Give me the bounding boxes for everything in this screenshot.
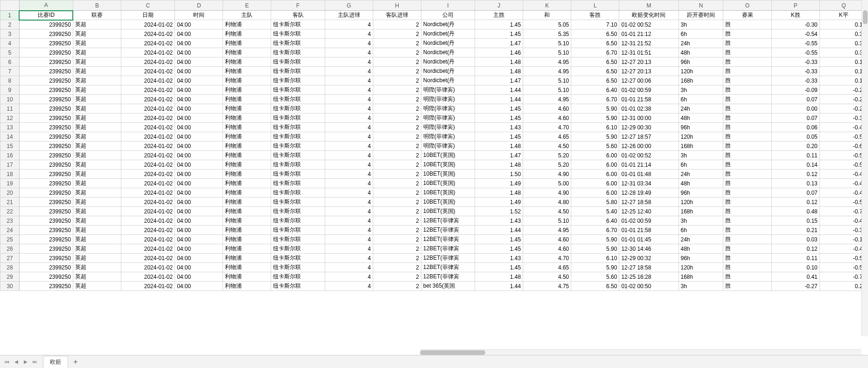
cell[interactable]: 英超 — [73, 132, 121, 142]
cell[interactable]: 胜 — [723, 104, 771, 113]
cell[interactable]: 12BET(菲律宾 — [421, 216, 475, 226]
column-header-A[interactable]: A — [19, 0, 73, 11]
cell[interactable]: 0.12 — [771, 244, 819, 254]
row-header-24[interactable]: 24 — [0, 226, 20, 235]
cell[interactable]: 04:00 — [175, 142, 223, 151]
cell[interactable]: -0.09 — [771, 85, 819, 95]
cell[interactable]: 01-01 01:48 — [619, 170, 679, 179]
cell[interactable]: 纽卡斯尔联 — [271, 76, 325, 85]
cell[interactable]: 4.90 — [523, 188, 571, 198]
cell[interactable]: 0.15 — [771, 216, 819, 226]
cell[interactable]: 0.27 — [819, 282, 868, 291]
cell[interactable]: 1.50 — [475, 170, 523, 179]
cell[interactable]: 2024-01-02 — [121, 123, 175, 132]
cell[interactable]: 04:00 — [175, 95, 223, 104]
cell[interactable]: 胜 — [723, 170, 771, 179]
cell[interactable]: 2024-01-02 — [121, 142, 175, 151]
cell[interactable]: 英超 — [73, 113, 121, 123]
cell[interactable]: 1.48 — [475, 272, 523, 282]
cell[interactable]: 纽卡斯尔联 — [271, 198, 325, 207]
cell[interactable]: 利物浦 — [223, 216, 271, 226]
cell[interactable]: 1.43 — [475, 216, 523, 226]
cell[interactable]: 明陞(菲律宾) — [421, 113, 475, 123]
cell[interactable]: 明陞(菲律宾) — [421, 104, 475, 113]
cell[interactable]: 0.07 — [771, 113, 819, 123]
cell[interactable]: 利物浦 — [223, 85, 271, 95]
horizontal-scrollbar-thumb[interactable] — [420, 350, 485, 355]
cell[interactable]: 2024-01-02 — [121, 188, 175, 198]
row-header-27[interactable]: 27 — [0, 254, 20, 263]
cell[interactable]: -0.26 — [819, 95, 868, 104]
cell[interactable]: 利物浦 — [223, 207, 271, 216]
cell[interactable]: 2 — [373, 123, 421, 132]
cell[interactable]: 168h — [679, 142, 723, 151]
cell[interactable]: 距开赛时间 — [679, 11, 723, 20]
cell[interactable]: 纽卡斯尔联 — [271, 254, 325, 263]
cell[interactable]: 04:00 — [175, 113, 223, 123]
row-header-10[interactable]: 10 — [0, 95, 20, 104]
cell[interactable]: 12BET(菲律宾 — [421, 254, 475, 263]
cell[interactable]: 04:00 — [175, 39, 223, 48]
column-header-B[interactable]: B — [73, 0, 121, 11]
cell[interactable]: 1.45 — [475, 113, 523, 123]
cell[interactable]: 01-01 21:58 — [619, 226, 679, 235]
cell[interactable]: 6.50 — [571, 29, 619, 39]
cell[interactable]: Nordicbet(丹 — [421, 76, 475, 85]
cell[interactable]: 0.17 — [819, 20, 868, 29]
cell[interactable]: 2 — [373, 170, 421, 179]
first-sheet-icon[interactable]: ⏮ — [3, 358, 11, 366]
cell[interactable]: 6.70 — [571, 226, 619, 235]
cell[interactable]: 利物浦 — [223, 20, 271, 29]
cell[interactable]: 2024-01-02 — [121, 272, 175, 282]
cell[interactable]: 2 — [373, 85, 421, 95]
cell[interactable]: 胜 — [723, 263, 771, 272]
cell[interactable]: 4 — [325, 104, 373, 113]
cell[interactable]: 纽卡斯尔联 — [271, 207, 325, 216]
row-header-26[interactable]: 26 — [0, 244, 20, 254]
cell[interactable]: 48h — [679, 244, 723, 254]
cell[interactable]: 胜 — [723, 151, 771, 160]
cell[interactable]: 4.65 — [523, 263, 571, 272]
cell[interactable]: 4.95 — [523, 57, 571, 67]
cell[interactable]: 4.60 — [523, 104, 571, 113]
cell[interactable]: Nordicbet(丹 — [421, 20, 475, 29]
cell[interactable]: 纽卡斯尔联 — [271, 142, 325, 151]
cell[interactable]: 2399250 — [19, 151, 73, 160]
cell[interactable]: 英超 — [73, 85, 121, 95]
cell[interactable]: 2024-01-02 — [121, 39, 175, 48]
cell[interactable]: -0.52 — [819, 160, 868, 170]
cell[interactable]: 6.00 — [571, 170, 619, 179]
cell[interactable]: 0.39 — [819, 39, 868, 48]
cell[interactable]: 6.00 — [571, 160, 619, 170]
cell[interactable]: 01-02 00:59 — [619, 216, 679, 226]
cell[interactable]: 0.11 — [771, 151, 819, 160]
cell[interactable]: 4 — [325, 76, 373, 85]
cell[interactable]: 6.50 — [571, 67, 619, 76]
cell[interactable]: 利物浦 — [223, 235, 271, 244]
cell[interactable]: 0.07 — [771, 95, 819, 104]
cell[interactable]: 04:00 — [175, 226, 223, 235]
cell[interactable]: 胜 — [723, 85, 771, 95]
cell[interactable]: 04:00 — [175, 57, 223, 67]
cell[interactable]: 168h — [679, 207, 723, 216]
cell[interactable]: 4.95 — [523, 95, 571, 104]
cell[interactable]: 04:00 — [175, 170, 223, 179]
cell[interactable]: 利物浦 — [223, 48, 271, 57]
cell[interactable]: 1.44 — [475, 282, 523, 291]
select-all-corner[interactable] — [0, 0, 20, 11]
cell[interactable]: 04:00 — [175, 235, 223, 244]
cell[interactable]: -0.44 — [819, 170, 868, 179]
row-header-5[interactable]: 5 — [0, 48, 20, 57]
cell[interactable]: 01-02 00:50 — [619, 282, 679, 291]
cell[interactable]: 1.48 — [475, 142, 523, 151]
cell[interactable]: 1.52 — [475, 207, 523, 216]
cell[interactable]: 胜 — [723, 198, 771, 207]
cell[interactable]: 英超 — [73, 244, 121, 254]
cell[interactable]: 0.07 — [771, 188, 819, 198]
cell[interactable]: 2024-01-02 — [121, 95, 175, 104]
cell[interactable]: 2 — [373, 226, 421, 235]
cell[interactable]: 2 — [373, 244, 421, 254]
cell[interactable]: Nordicbet(丹 — [421, 67, 475, 76]
cell[interactable]: 12BET(菲律宾 — [421, 235, 475, 244]
cell[interactable]: 胜 — [723, 20, 771, 29]
